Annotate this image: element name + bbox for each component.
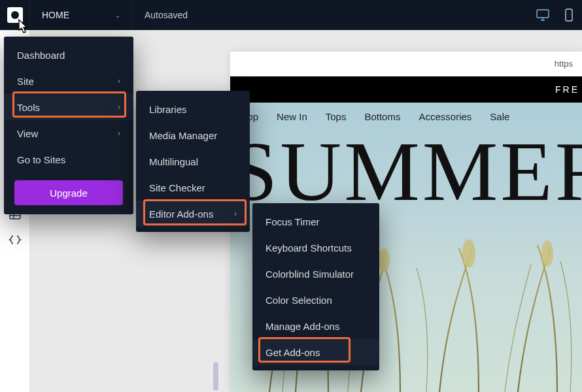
addon-item-get-addons[interactable]: Get Add-ons: [252, 339, 379, 365]
site-nav: Shop New In Tops Bottoms Accessories Sal…: [230, 103, 582, 130]
menu-item-site[interactable]: Site›: [4, 68, 133, 94]
addon-item-color-selection[interactable]: Color Selection: [252, 287, 379, 313]
nav-accessories[interactable]: Accessories: [419, 111, 471, 122]
svg-rect-3: [566, 9, 572, 21]
nav-bottoms[interactable]: Bottoms: [364, 111, 400, 122]
menu-label: Media Manager: [149, 130, 217, 141]
svg-rect-0: [537, 10, 549, 18]
nav-sale[interactable]: Sale: [490, 111, 509, 122]
upgrade-button[interactable]: Upgrade: [14, 180, 123, 205]
menu-label: Multilingual: [149, 156, 198, 167]
menu-label: Get Add-ons: [265, 347, 320, 358]
promo-text: FRE: [555, 84, 579, 95]
submenu-item-editor-addons[interactable]: Editor Add-ons›: [136, 201, 250, 227]
menu-label: Manage Add-ons: [265, 321, 339, 332]
nav-new-in[interactable]: New In: [277, 111, 307, 122]
svg-point-10: [462, 239, 475, 268]
nav-tops[interactable]: Tops: [326, 111, 347, 122]
addons-submenu: Focus Timer Keyboard Shortcuts Colorblin…: [252, 203, 379, 370]
menu-item-go-to-sites[interactable]: Go to Sites: [4, 146, 133, 172]
menu-item-tools[interactable]: Tools›: [4, 94, 133, 120]
addon-item-keyboard-shortcuts[interactable]: Keyboard Shortcuts: [252, 235, 379, 261]
main-menu: Dashboard Site› Tools› View› Go to Sites…: [4, 37, 133, 214]
addon-item-colorblind-simulator[interactable]: Colorblind Simulator: [252, 261, 379, 287]
menu-label: Keyboard Shortcuts: [265, 242, 352, 253]
topbar: HOME ⌄ Autosaved: [0, 0, 582, 30]
menu-label: Go to Sites: [17, 154, 65, 165]
menu-label: Site Checker: [149, 182, 205, 193]
promo-bar: FRE: [230, 76, 582, 103]
app-logo-button[interactable]: [0, 0, 30, 30]
menu-label: View: [17, 128, 38, 139]
addon-item-manage-addons[interactable]: Manage Add-ons: [252, 313, 379, 339]
menu-label: Color Selection: [265, 295, 332, 306]
home-label: HOME: [42, 10, 69, 20]
home-dropdown-button[interactable]: HOME ⌄: [30, 0, 133, 30]
chevron-right-icon: ›: [118, 129, 120, 138]
scroll-indicator[interactable]: [213, 362, 218, 391]
menu-label: Focus Timer: [265, 216, 320, 227]
desktop-preview-icon[interactable]: [530, 0, 556, 30]
submenu-item-multilingual[interactable]: Multilingual: [136, 148, 250, 174]
submenu-item-media-manager[interactable]: Media Manager: [136, 122, 250, 148]
addon-item-focus-timer[interactable]: Focus Timer: [252, 208, 379, 235]
url-text: https: [555, 59, 573, 69]
menu-label: Colorblind Simulator: [265, 269, 354, 280]
code-icon[interactable]: [8, 233, 22, 247]
menu-label: Site: [17, 76, 34, 87]
mobile-preview-icon[interactable]: [556, 0, 582, 30]
submenu-item-site-checker[interactable]: Site Checker: [136, 174, 250, 201]
app-logo: [7, 7, 23, 23]
menu-item-dashboard[interactable]: Dashboard: [4, 42, 133, 68]
svg-point-9: [378, 248, 390, 272]
svg-point-11: [541, 240, 553, 267]
chevron-right-icon: ›: [118, 103, 120, 112]
submenu-item-libraries[interactable]: Libraries: [136, 96, 250, 122]
menu-label: Dashboard: [17, 50, 65, 61]
url-bar: https: [230, 52, 582, 76]
menu-label: Tools: [17, 102, 40, 113]
tools-submenu: Libraries Media Manager Multilingual Sit…: [136, 91, 250, 232]
chevron-right-icon: ›: [234, 209, 237, 218]
autosaved-status: Autosaved: [133, 10, 199, 20]
chevron-right-icon: ›: [118, 76, 120, 86]
menu-label: Editor Add-ons: [149, 208, 213, 220]
chevron-down-icon: ⌄: [115, 12, 120, 19]
upgrade-label: Upgrade: [50, 188, 88, 199]
menu-item-view[interactable]: View›: [4, 120, 133, 146]
menu-label: Libraries: [149, 104, 187, 115]
